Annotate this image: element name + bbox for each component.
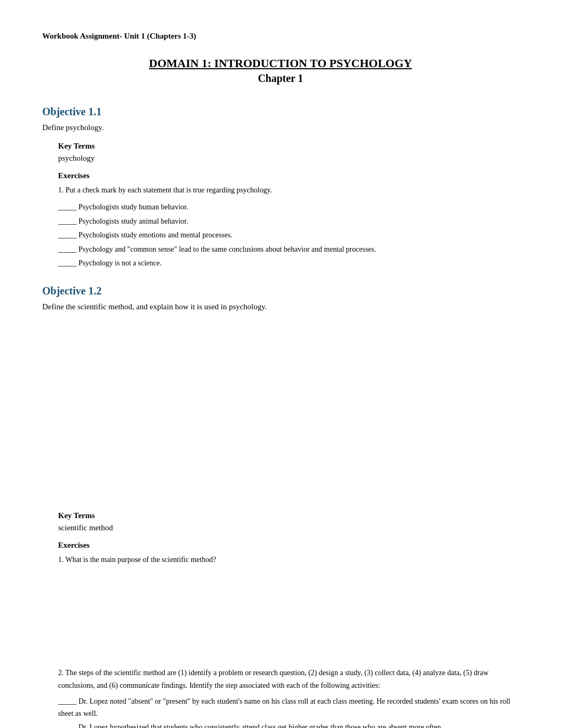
checklist-item-2: _____ Psychologists study animal behavio… [58, 216, 519, 227]
checklist-item-4: _____ Psychology and "common sense" lead… [58, 244, 519, 255]
exercise-2-item-1: _____ Dr. Lopez noted "absent" or "prese… [58, 696, 519, 720]
exercise-1-2-q2-intro: 2. The steps of the scientific method ar… [58, 667, 519, 692]
objective-1-2-heading: Objective 1.2 [42, 285, 519, 297]
exercise-2-item-2: _____ Dr. Lopez hypothesized that studen… [58, 722, 519, 728]
exercise-1-2-q1: 1. What is the main purpose of the scien… [58, 554, 519, 566]
exercise-1-1-intro: 1. Put a check mark by each statement th… [58, 185, 519, 196]
checklist-item-1: _____ Psychologists study human behavior… [58, 201, 519, 213]
writing-area-1-2-q1 [58, 572, 519, 667]
key-terms-value-2: scientific method [58, 523, 519, 532]
exercises-label-2: Exercises [58, 541, 519, 550]
objective-1-2-description: Define the scientific method, and explai… [42, 302, 519, 311]
key-terms-label-2: Key Terms [58, 511, 519, 520]
objective-1-1-section: Objective 1.1 Define psychology. Key Ter… [42, 106, 519, 269]
key-terms-label-1: Key Terms [58, 142, 519, 151]
objective-1-2-section: Objective 1.2 Define the scientific meth… [42, 285, 519, 728]
key-terms-value-1: psychology [58, 154, 519, 163]
domain-header: DOMAIN 1: INTRODUCTION TO PSYCHOLOGY Cha… [42, 57, 519, 85]
checklist-item-3: _____ Psychologists study emotions and m… [58, 229, 519, 241]
workbook-title: Workbook Assignment- Unit 1 (Chapters 1-… [42, 32, 519, 41]
writing-area-1-2 [42, 321, 519, 511]
objective-1-1-heading: Objective 1.1 [42, 106, 519, 118]
objective-1-1-description: Define psychology. [42, 123, 519, 132]
chapter-title: Chapter 1 [42, 72, 519, 85]
objective-1-2-key-terms-block: Key Terms scientific method Exercises 1.… [58, 511, 519, 728]
checklist-1: _____ Psychologists study human behavior… [58, 201, 519, 269]
checklist-item-5: _____ Psychology is not a science. [58, 257, 519, 269]
domain-title: DOMAIN 1: INTRODUCTION TO PSYCHOLOGY [42, 57, 519, 70]
exercises-label-1: Exercises [58, 171, 519, 180]
objective-1-1-key-terms-block: Key Terms psychology Exercises 1. Put a … [58, 142, 519, 269]
